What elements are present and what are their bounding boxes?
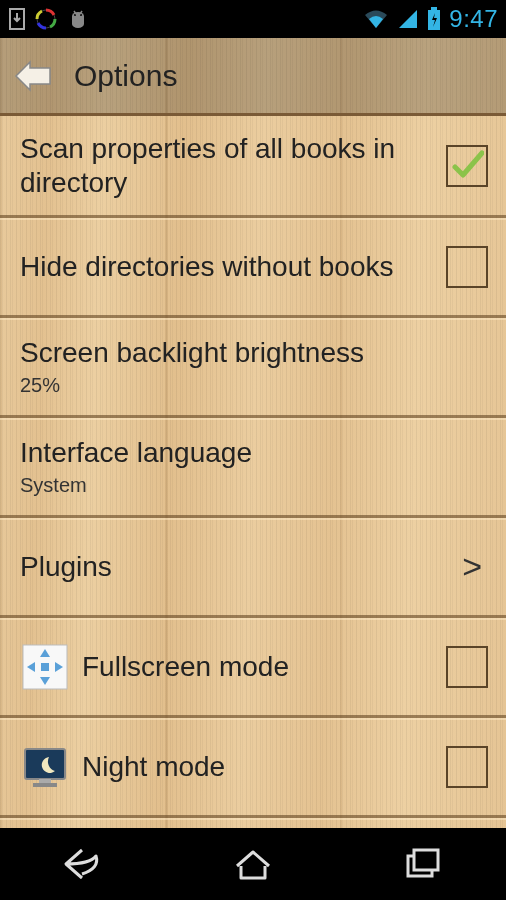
option-value: 25% [20, 374, 472, 397]
nav-recent-button[interactable] [382, 839, 462, 889]
options-header: Options [0, 38, 506, 116]
svg-point-3 [80, 14, 82, 16]
option-label: Plugins [20, 550, 446, 584]
checkbox-hide-directories[interactable] [446, 246, 488, 288]
fullscreen-icon [20, 642, 70, 692]
svg-rect-5 [431, 7, 437, 10]
option-scan-properties[interactable]: Scan properties of all books in director… [0, 116, 506, 218]
signal-icon [397, 8, 419, 30]
checkbox-fullscreen[interactable] [446, 646, 488, 688]
android-status-bar: 9:47 [0, 0, 506, 38]
download-icon [8, 8, 26, 30]
nav-back-button[interactable] [44, 839, 124, 889]
svg-rect-9 [39, 779, 51, 783]
option-language[interactable]: Interface language System [0, 418, 506, 518]
svg-point-2 [74, 14, 76, 16]
sync-icon [34, 7, 58, 31]
nav-home-button[interactable] [213, 839, 293, 889]
checkbox-scan-properties[interactable] [446, 145, 488, 187]
option-fullscreen[interactable]: Fullscreen mode [0, 618, 506, 718]
svg-rect-10 [33, 783, 57, 787]
option-plugins[interactable]: Plugins > [0, 518, 506, 618]
battery-charging-icon [427, 7, 441, 31]
option-label: Scan properties of all books in director… [20, 132, 430, 199]
option-label: Fullscreen mode [82, 650, 430, 684]
option-night-mode[interactable]: Night mode [0, 718, 506, 818]
option-label: Hide directories without books [20, 250, 430, 284]
page-title: Options [74, 59, 177, 93]
android-debug-icon [66, 8, 90, 30]
chevron-right-icon: > [462, 547, 488, 586]
option-label: Screen backlight brightness [20, 336, 472, 370]
options-list: Scan properties of all books in director… [0, 116, 506, 818]
option-label: Interface language [20, 436, 472, 470]
option-brightness[interactable]: Screen backlight brightness 25% [0, 318, 506, 418]
status-clock: 9:47 [449, 5, 498, 33]
option-hide-directories[interactable]: Hide directories without books [0, 218, 506, 318]
option-label: Night mode [82, 750, 430, 784]
svg-rect-12 [414, 850, 438, 870]
option-value: System [20, 474, 472, 497]
checkbox-night-mode[interactable] [446, 746, 488, 788]
night-mode-icon [20, 742, 70, 792]
back-icon[interactable] [12, 56, 56, 96]
wifi-icon [363, 8, 389, 30]
svg-rect-7 [41, 663, 49, 671]
android-nav-bar [0, 828, 506, 900]
